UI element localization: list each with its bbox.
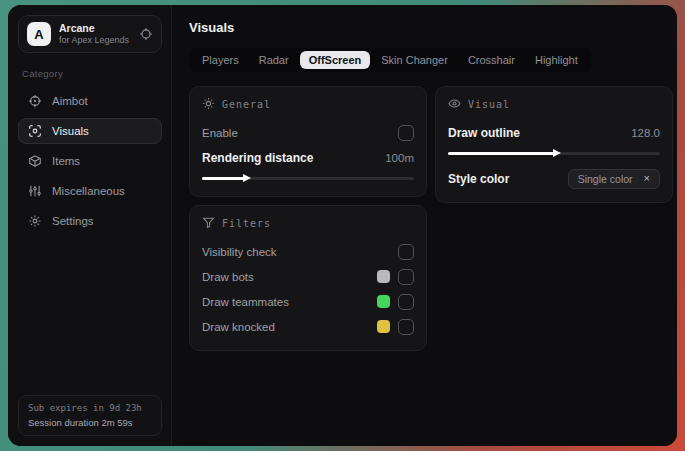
draw-knocked-color-swatch[interactable] xyxy=(377,320,390,333)
draw-teammates-color-swatch[interactable] xyxy=(377,295,390,308)
session-info-card: Sub expires in 9d 23h Session duration 2… xyxy=(18,395,162,436)
style-color-label: Style color xyxy=(448,172,509,186)
sidebar-item-items[interactable]: Items xyxy=(18,148,162,174)
app-logo: A xyxy=(27,22,51,46)
tab-skin-changer[interactable]: Skin Changer xyxy=(372,51,457,69)
enable-row: Enable xyxy=(202,121,414,144)
rendering-distance-value: 100m xyxy=(385,152,414,164)
sidebar-item-settings[interactable]: Settings xyxy=(18,208,162,234)
panel-title: Visual xyxy=(468,99,510,110)
rendering-distance-label: Rendering distance xyxy=(202,151,313,165)
tab-offscreen[interactable]: OffScreen xyxy=(300,51,371,69)
tab-bar: Players Radar OffScreen Skin Changer Cro… xyxy=(189,48,591,72)
funnel-icon xyxy=(202,216,215,231)
draw-outline-value: 128.0 xyxy=(631,127,660,139)
sidebar-item-label: Items xyxy=(52,155,80,167)
scan-eye-icon xyxy=(28,124,42,138)
page-title: Visuals xyxy=(189,20,673,35)
enable-checkbox[interactable] xyxy=(398,125,414,141)
sidebar-item-label: Aimbot xyxy=(52,95,88,107)
draw-teammates-row: Draw teammates xyxy=(202,290,414,313)
draw-outline-slider[interactable] xyxy=(448,147,660,159)
tab-highlight[interactable]: Highlight xyxy=(526,51,587,69)
gear-icon xyxy=(28,214,42,228)
enable-label: Enable xyxy=(202,127,238,139)
crosshair-icon xyxy=(28,94,42,108)
rendering-distance-slider[interactable] xyxy=(202,172,414,184)
visibility-check-row: Visibility check xyxy=(202,240,414,263)
eye-icon xyxy=(448,97,461,112)
target-icon[interactable] xyxy=(139,27,153,41)
app-window: A Arcane for Apex Legends Category xyxy=(8,5,677,446)
clear-icon[interactable]: × xyxy=(644,173,650,184)
draw-knocked-checkbox[interactable] xyxy=(398,319,414,335)
filters-panel: Filters Visibility check Draw bots xyxy=(189,205,427,351)
session-duration-text: Session duration 2m 59s xyxy=(28,417,152,428)
panel-title: Filters xyxy=(222,218,271,229)
sidebar-item-miscellaneous[interactable]: Miscellaneous xyxy=(18,178,162,204)
style-color-select[interactable]: Single color × xyxy=(568,169,660,189)
sidebar-item-aimbot[interactable]: Aimbot xyxy=(18,88,162,114)
category-label: Category xyxy=(22,68,158,79)
box-icon xyxy=(28,154,42,168)
brand-card: A Arcane for Apex Legends xyxy=(18,15,162,53)
tab-radar[interactable]: Radar xyxy=(250,51,298,69)
sidebar: A Arcane for Apex Legends Category xyxy=(8,5,172,446)
draw-bots-checkbox[interactable] xyxy=(398,269,414,285)
panel-title: General xyxy=(222,99,271,110)
draw-bots-row: Draw bots xyxy=(202,265,414,288)
draw-outline-row: Draw outline 128.0 xyxy=(448,121,660,144)
slider-fill[interactable] xyxy=(202,177,244,180)
rendering-distance-row: Rendering distance 100m xyxy=(202,146,414,169)
visual-panel: Visual Draw outline 128.0 Style color xyxy=(435,86,673,203)
draw-bots-color-swatch[interactable] xyxy=(377,270,390,283)
sun-icon xyxy=(202,97,215,112)
sidebar-item-label: Visuals xyxy=(52,125,89,137)
sidebar-item-visuals[interactable]: Visuals xyxy=(18,118,162,144)
draw-teammates-checkbox[interactable] xyxy=(398,294,414,310)
draw-knocked-row: Draw knocked xyxy=(202,315,414,338)
sliders-icon xyxy=(28,184,42,198)
tab-crosshair[interactable]: Crosshair xyxy=(459,51,524,69)
style-color-row: Style color Single color × xyxy=(448,167,660,190)
desktop-background: A Arcane for Apex Legends Category xyxy=(0,0,685,451)
sidebar-item-label: Miscellaneous xyxy=(52,185,125,197)
general-panel: General Enable Rendering distance 100m xyxy=(189,86,427,197)
slider-fill[interactable] xyxy=(448,152,554,155)
visibility-check-checkbox[interactable] xyxy=(398,244,414,260)
sidebar-item-label: Settings xyxy=(52,215,94,227)
main-content: Visuals Players Radar OffScreen Skin Cha… xyxy=(172,5,677,446)
app-subtitle: for Apex Legends xyxy=(59,35,129,46)
app-name: Arcane xyxy=(59,22,129,35)
tab-players[interactable]: Players xyxy=(193,51,248,69)
sub-expires-text: Sub expires in 9d 23h xyxy=(28,403,152,413)
draw-outline-label: Draw outline xyxy=(448,126,520,140)
